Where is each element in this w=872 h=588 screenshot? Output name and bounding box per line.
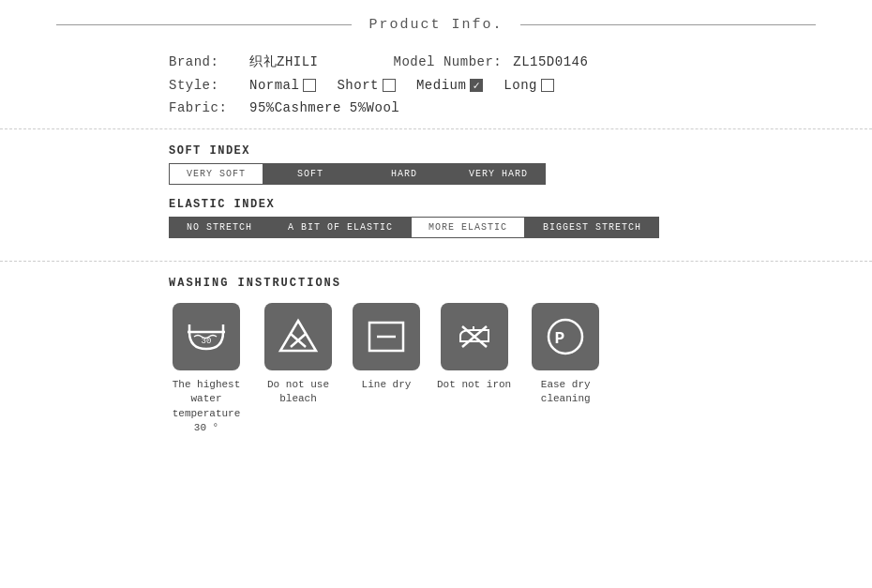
elastic-bit: A BIT OF ELASTIC (270, 217, 411, 238)
style-option-long: Long (504, 78, 554, 93)
elastic-biggest: BIGGEST STRETCH (525, 217, 659, 238)
soft-very-soft: VERY SOFT (169, 163, 263, 185)
dry-clean-icon-box: P (532, 303, 599, 370)
style-medium-checkbox[interactable]: ✓ (470, 79, 483, 92)
elastic-index-title: ELASTIC INDEX (169, 198, 703, 211)
model-value: ZL15D0146 (513, 54, 588, 69)
soft-hard: HARD (357, 163, 451, 185)
style-medium-label: Medium (416, 78, 466, 93)
no-iron-icon (453, 315, 496, 358)
wash-item-wash30: 30 The highest water temperature 30 ° (169, 303, 244, 436)
svg-text:P: P (555, 329, 565, 348)
style-option-medium: Medium ✓ (416, 78, 483, 93)
wash30-icon-box: 30 (173, 303, 240, 370)
washing-title: WASHING INSTRUCTIONS (169, 277, 703, 290)
no-iron-icon-box (441, 303, 508, 370)
header-line-right (520, 24, 816, 25)
soft-index-title: SOFT INDEX (169, 144, 703, 158)
brand-label: Brand: (169, 54, 244, 69)
elastic-no-stretch: NO STRETCH (169, 217, 270, 238)
style-short-label: Short (337, 78, 379, 93)
style-normal-checkbox[interactable] (303, 79, 316, 92)
svg-marker-4 (280, 321, 316, 351)
elastic-index-bar: NO STRETCH A BIT OF ELASTIC MORE ELASTIC… (169, 217, 703, 238)
wash-item-line-dry: Line dry (353, 303, 420, 392)
fabric-value: 95%Cashmere 5%Wool (249, 100, 399, 115)
page-title: Product Info. (352, 17, 519, 33)
line-dry-label: Line dry (362, 378, 412, 392)
style-options: Normal Short Medium ✓ Long (249, 78, 554, 93)
washing-icons: 30 The highest water temperature 30 ° (169, 303, 703, 436)
wash30-label: The highest water temperature 30 ° (169, 378, 244, 436)
wash-item-no-iron: Dot not iron (437, 303, 511, 392)
soft-very-hard: VERY HARD (451, 163, 546, 185)
soft-index-bar: VERY SOFT SOFT HARD VERY HARD (169, 163, 703, 185)
no-bleach-label: Do not use bleach (261, 378, 336, 407)
header-section: Product Info. (0, 0, 872, 42)
no-bleach-icon-box (264, 303, 332, 370)
elastic-more: MORE ELASTIC (411, 217, 525, 238)
model-group: Model Number: ZL15D0146 (394, 54, 589, 69)
svg-point-12 (549, 320, 582, 354)
style-long-checkbox[interactable] (541, 79, 554, 92)
style-option-normal: Normal (249, 78, 316, 93)
dry-clean-label: Ease dry cleaning (528, 378, 603, 407)
index-section: SOFT INDEX VERY SOFT SOFT HARD VERY HARD… (0, 129, 872, 262)
fabric-label: Fabric: (169, 100, 244, 115)
style-long-label: Long (504, 78, 537, 93)
no-bleach-icon (277, 315, 320, 358)
line-dry-icon-box (353, 303, 420, 370)
soft-soft: SOFT (263, 163, 357, 185)
style-option-short: Short (337, 78, 396, 93)
style-normal-label: Normal (249, 78, 299, 93)
no-iron-label: Dot not iron (437, 378, 511, 392)
style-label: Style: (169, 78, 244, 93)
product-info-page: Product Info. Brand: 织礼ZHILI Model Numbe… (0, 0, 872, 588)
line-dry-icon (365, 315, 408, 358)
info-section: Brand: 织礼ZHILI Model Number: ZL15D0146 S… (0, 42, 872, 129)
wash-item-dry-clean: P Ease dry cleaning (528, 303, 603, 407)
dry-clean-icon: P (544, 315, 587, 358)
style-row: Style: Normal Short Medium ✓ Long (169, 78, 703, 93)
model-label: Model Number: (394, 54, 503, 69)
brand-value: 织礼ZHILI (249, 53, 319, 70)
fabric-row: Fabric: 95%Cashmere 5%Wool (169, 100, 703, 115)
wash-item-no-bleach: Do not use bleach (261, 303, 336, 407)
wash30-icon: 30 (185, 315, 228, 358)
header-line-left (56, 24, 352, 25)
washing-section: WASHING INSTRUCTIONS 30 The h (0, 262, 872, 445)
brand-row: Brand: 织礼ZHILI Model Number: ZL15D0146 (169, 53, 703, 70)
style-short-checkbox[interactable] (383, 79, 396, 92)
